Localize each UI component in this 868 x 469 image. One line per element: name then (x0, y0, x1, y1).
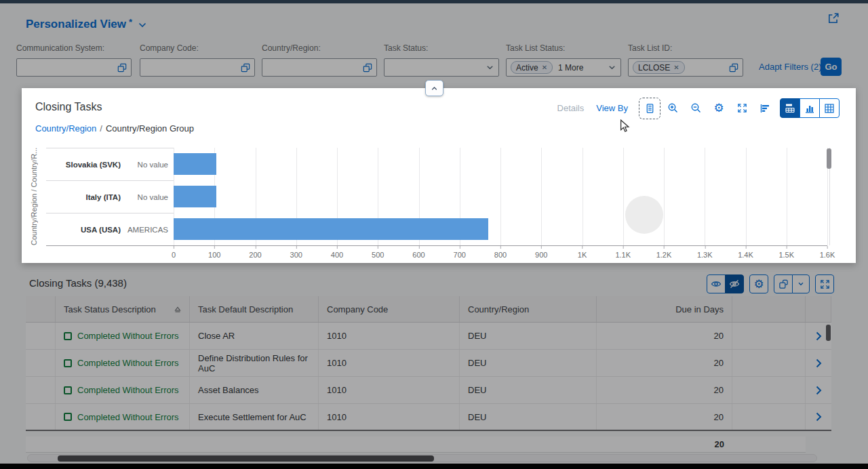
chart-category-row: Slovakia (SVK)No value (46, 148, 174, 180)
chart-tick-label: 200 (249, 251, 261, 259)
chart-tick-label: 1.1K (615, 251, 631, 259)
chart-tick-label: 700 (454, 251, 466, 259)
chart-bar[interactable] (174, 186, 216, 207)
chart-gridline (500, 148, 501, 245)
chart-tick-label: 100 (208, 251, 220, 259)
chart-tick-label: 1.6K (820, 251, 835, 259)
table-view-button[interactable] (819, 98, 840, 118)
chart-category-label: USA (USA) (81, 226, 121, 234)
chart-tick-label: 500 (372, 251, 384, 259)
chart-tick-label: 800 (494, 251, 507, 259)
chart-tick-label: 600 (412, 251, 425, 259)
chart-scrollbar-thumb[interactable] (827, 148, 831, 169)
chart-gridline (541, 148, 542, 245)
chart-tick-label: 900 (535, 251, 547, 259)
breadcrumb-current: Country/Region Group (106, 123, 194, 134)
chart-x-axis-labels: 01002003004005006007008009001K1.1K1.2K1.… (174, 249, 827, 260)
breadcrumb-link[interactable]: Country/Region (35, 123, 96, 134)
zoom-in-icon[interactable] (663, 99, 682, 118)
hybrid-view-button[interactable] (780, 98, 800, 118)
view-by-link[interactable]: View By (596, 103, 628, 113)
chart-tick-label: 1.5K (778, 251, 794, 259)
chart-toolbar: Details View By ⚙ (557, 98, 840, 118)
details-link[interactable]: Details (557, 103, 585, 113)
closing-tasks-chart-panel: Closing Tasks Details View By ⚙ (22, 88, 856, 263)
chart-tick-label: 1.2K (656, 251, 672, 259)
chart-gridline (664, 148, 665, 245)
chart-group-label: AMERICAS (127, 226, 168, 234)
chart-category-column: Slovakia (SVK)No valueItaly (ITA)No valu… (46, 148, 174, 245)
chart-tick-label: 0 (172, 251, 176, 259)
chart-tick-label: 1.3K (697, 251, 713, 259)
chart-tick-label: 300 (290, 251, 302, 259)
mouse-cursor (619, 119, 631, 133)
chart-gridline (623, 148, 624, 245)
app-window: Personalized View * Communication System… (0, 0, 868, 469)
chart-category-label: Slovakia (SVK) (66, 161, 121, 169)
chart-group-label: No value (138, 193, 168, 201)
chart-plot-area (174, 148, 827, 245)
chart-tick-label: 1K (578, 251, 587, 259)
chart-group-label: No value (138, 161, 168, 169)
chart-gridline (787, 148, 787, 245)
chart-legend-toggle-icon[interactable] (755, 99, 774, 118)
chart-panel-title: Closing Tasks (35, 101, 102, 113)
chart-bar[interactable] (174, 153, 216, 175)
breadcrumb-separator: / (100, 123, 102, 134)
legend-button[interactable] (640, 99, 659, 118)
chart-fullscreen-button[interactable] (732, 99, 751, 118)
chart-bar[interactable] (174, 218, 488, 240)
chart-drilldown-breadcrumb: Country/Region/Country/Region Group (35, 123, 194, 134)
view-switch-group (780, 98, 840, 118)
chart-settings-button[interactable]: ⚙ (709, 99, 728, 118)
chart-gridline (746, 148, 747, 245)
chart-category-row: Italy (ITA)No value (46, 180, 174, 213)
gear-icon: ⚙ (713, 102, 724, 114)
chart-category-row: USA (USA)AMERICAS (46, 213, 174, 245)
chart-gridline (705, 148, 705, 245)
chart-tick-label: 1.4K (738, 251, 753, 259)
collapse-header-button[interactable] (425, 80, 443, 96)
zoom-out-icon[interactable] (686, 99, 705, 118)
chart-view-button[interactable] (800, 98, 820, 118)
chart-tick-label: 400 (331, 251, 343, 259)
chart-gridline (583, 148, 583, 245)
chart-x-axis-line (46, 245, 827, 246)
chart-category-label: Italy (ITA) (85, 193, 121, 201)
chart-y-axis-label: Country/Region / Country/R... (30, 148, 38, 245)
